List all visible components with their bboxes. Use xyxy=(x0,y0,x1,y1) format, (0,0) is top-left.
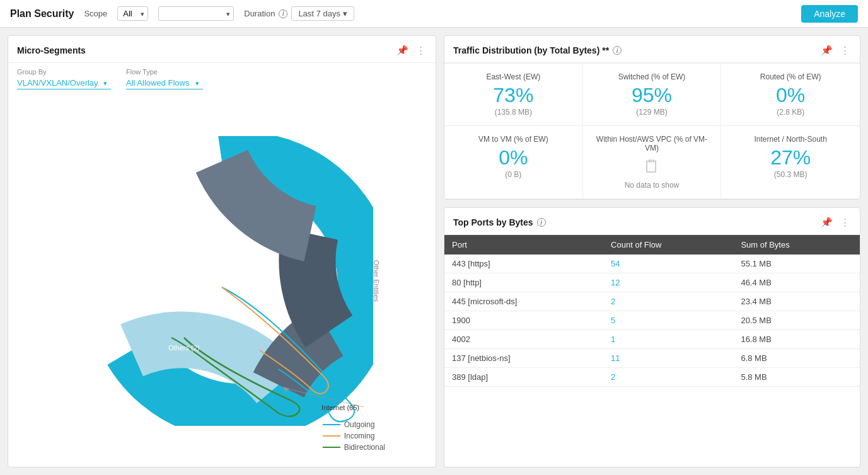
chevron-down-icon: ▾ xyxy=(343,9,347,18)
legend-incoming: Incoming xyxy=(323,432,385,440)
incoming-legend-line xyxy=(323,435,340,437)
outgoing-label: Outgoing xyxy=(344,420,375,429)
other-entities-label: Other Entities xyxy=(373,260,381,302)
count-cell[interactable]: 11 xyxy=(603,349,733,368)
ports-header: Top Ports by Bytes i 📌 ⋮ xyxy=(444,208,860,235)
group-by-select[interactable]: VLAN/VXLAN/Overlay xyxy=(17,77,111,89)
traffic-actions: 📌 ⋮ xyxy=(819,43,851,57)
count-cell[interactable]: 1 xyxy=(603,330,733,349)
flow-type-select-wrapper: All Allowed Flows xyxy=(126,77,203,89)
flow-type-control: Flow Type All Allowed Flows xyxy=(126,68,203,89)
donut-chart: Others (2) Internet (65) Shared P. (2) P… xyxy=(71,136,373,426)
northsouth-sub: (50.3 MB) xyxy=(729,170,852,179)
table-row[interactable]: 4002 1 16.8 MB xyxy=(444,330,860,349)
count-cell[interactable]: 5 xyxy=(603,311,733,330)
micro-segments-title: Micro-Segments xyxy=(17,45,86,55)
vmvm-sub: (0 B) xyxy=(452,170,575,179)
withinhost-sub: No data to show xyxy=(591,181,714,190)
switched-sub: (129 MB) xyxy=(591,108,714,117)
ports-info-icon[interactable]: i xyxy=(537,218,546,227)
no-data-icon: 🗒 xyxy=(591,156,714,177)
northsouth-label: Internet / North-South xyxy=(729,135,852,144)
bidirectional-legend-line xyxy=(323,447,340,448)
table-row[interactable]: 445 [microsoft-ds] 2 23.4 MB xyxy=(444,292,860,311)
scope-select[interactable]: All xyxy=(117,6,148,21)
col-bytes: Sum of Bytes xyxy=(733,235,860,255)
pin-icon[interactable]: 📌 xyxy=(395,43,410,57)
traffic-cell-withinhost: Within Host/AWS VPC (% of VM-VM) 🗒 No da… xyxy=(583,126,722,199)
flow-type-label: Flow Type xyxy=(126,68,203,76)
ports-pin-icon[interactable]: 📌 xyxy=(819,215,834,229)
switched-label: Switched (% of EW) xyxy=(591,72,714,81)
secondary-select-wrapper xyxy=(158,6,234,21)
micro-segments-actions: 📌 ⋮ xyxy=(395,43,427,57)
routed-value: 0% xyxy=(729,85,852,105)
main-layout: Micro-Segments 📌 ⋮ Group By VLAN/VXLAN/O… xyxy=(0,28,868,475)
port-cell: 443 [https] xyxy=(444,255,603,273)
table-row[interactable]: 137 [netbios-ns] 11 6.8 MB xyxy=(444,349,860,368)
table-row[interactable]: 443 [https] 54 55.1 MB xyxy=(444,255,860,273)
ports-title: Top Ports by Bytes xyxy=(453,217,533,227)
ew-value: 73% xyxy=(452,85,575,105)
table-row[interactable]: 80 [http] 12 46.4 MB xyxy=(444,273,860,292)
scope-label: Scope xyxy=(84,9,107,18)
traffic-cell-ew: East-West (EW) 73% (135.8 MB) xyxy=(444,64,583,126)
traffic-info-icon[interactable]: i xyxy=(613,46,622,55)
port-cell: 445 [microsoft-ds] xyxy=(444,292,603,311)
traffic-grid: East-West (EW) 73% (135.8 MB) Switched (… xyxy=(444,63,860,199)
count-cell[interactable]: 2 xyxy=(603,368,733,387)
vmvm-value: 0% xyxy=(452,147,575,168)
duration-info-icon[interactable]: i xyxy=(279,9,287,18)
group-by-control: Group By VLAN/VXLAN/Overlay xyxy=(17,68,111,89)
group-by-label: Group By xyxy=(17,68,111,76)
bytes-cell: 16.8 MB xyxy=(733,330,860,349)
chart-area: Others (2) Internet (65) Shared P. (2) P… xyxy=(8,94,436,467)
secondary-select[interactable] xyxy=(158,6,234,21)
port-cell: 80 [http] xyxy=(444,273,603,292)
traffic-title: Traffic Distribution (by Total Bytes) ** xyxy=(453,45,609,55)
port-cell: 389 [ldap] xyxy=(444,368,603,387)
group-by-select-wrapper: VLAN/VXLAN/Overlay xyxy=(17,77,111,89)
bytes-cell: 46.4 MB xyxy=(733,273,860,292)
table-row[interactable]: 1900 5 20.5 MB xyxy=(444,311,860,330)
switched-value: 95% xyxy=(591,85,714,105)
port-cell: 4002 xyxy=(444,330,603,349)
incoming-label: Incoming xyxy=(344,432,375,440)
duration-selector[interactable]: Last 7 days ▾ xyxy=(291,6,354,21)
app-title: Plan Security xyxy=(10,8,74,20)
more-options-icon[interactable]: ⋮ xyxy=(415,43,427,57)
traffic-cell-vmvm: VM to VM (% of EW) 0% (0 B) xyxy=(444,126,583,199)
bytes-cell: 5.8 MB xyxy=(733,368,860,387)
col-count: Count of Flow xyxy=(603,235,733,255)
traffic-distribution-card: Traffic Distribution (by Total Bytes) **… xyxy=(444,35,860,200)
traffic-cell-routed: Routed (% of EW) 0% (2.8 KB) xyxy=(721,64,860,126)
ports-more-icon[interactable]: ⋮ xyxy=(839,215,851,229)
flow-type-select[interactable]: All Allowed Flows xyxy=(126,77,203,89)
traffic-header: Traffic Distribution (by Total Bytes) **… xyxy=(444,36,860,63)
traffic-pin-icon[interactable]: 📌 xyxy=(819,43,834,57)
legend-outgoing: Outgoing xyxy=(323,420,385,429)
ports-table-container: Port Count of Flow Sum of Bytes 443 [htt… xyxy=(444,235,860,467)
count-cell[interactable]: 54 xyxy=(603,255,733,273)
analyze-button[interactable]: Analyze xyxy=(801,5,858,23)
outgoing-legend-line xyxy=(323,424,340,425)
port-cell: 1900 xyxy=(444,311,603,330)
traffic-cell-northsouth: Internet / North-South 27% (50.3 MB) xyxy=(721,126,860,199)
physical-segment[interactable] xyxy=(307,234,329,331)
vmvm-label: VM to VM (% of EW) xyxy=(452,135,575,144)
right-panel: Traffic Distribution (by Total Bytes) **… xyxy=(444,35,860,467)
ew-label: East-West (EW) xyxy=(452,72,575,81)
traffic-more-icon[interactable]: ⋮ xyxy=(839,43,851,57)
table-row[interactable]: 389 [ldap] 2 5.8 MB xyxy=(444,368,860,387)
traffic-cell-switched: Switched (% of EW) 95% (129 MB) xyxy=(583,64,722,126)
count-cell[interactable]: 2 xyxy=(603,292,733,311)
ports-table-body: 443 [https] 54 55.1 MB 80 [http] 12 46.4… xyxy=(444,255,860,387)
bytes-cell: 6.8 MB xyxy=(733,349,860,368)
legend-bidirectional: Bidirectional xyxy=(323,443,385,452)
bytes-cell: 23.4 MB xyxy=(733,292,860,311)
chart-legend: Outgoing Incoming Bidirectional xyxy=(323,420,385,452)
col-port: Port xyxy=(444,235,603,255)
internet-label: Internet (65) xyxy=(321,404,359,411)
top-ports-card: Top Ports by Bytes i 📌 ⋮ Port Count of F… xyxy=(444,207,860,467)
count-cell[interactable]: 12 xyxy=(603,273,733,292)
